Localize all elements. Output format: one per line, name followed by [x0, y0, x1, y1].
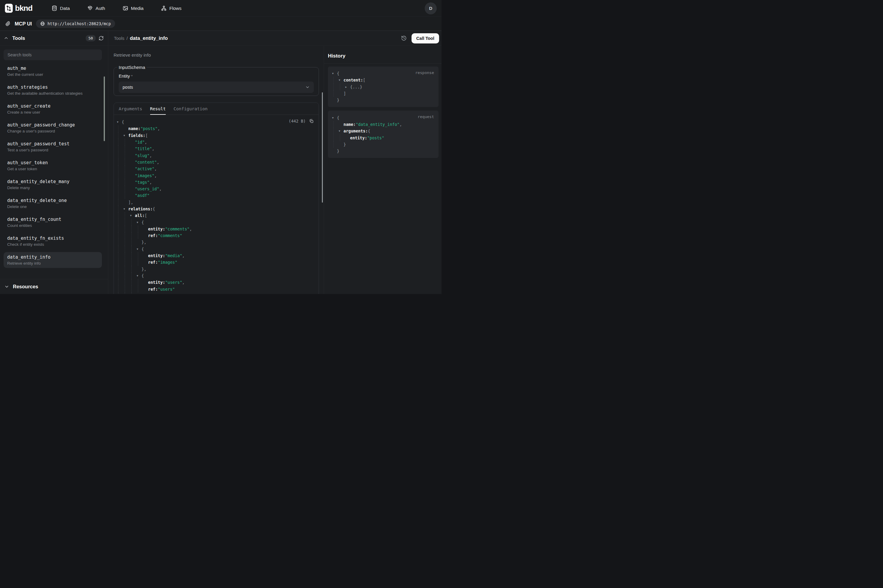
history-icon[interactable] — [400, 34, 408, 42]
json-punct: , — [154, 173, 157, 178]
tool-name: data_entity_delete_many — [7, 179, 98, 184]
tool-list-item[interactable]: data_entity_delete_manyDelete many — [4, 177, 102, 192]
brand-logo[interactable]: bknd — [5, 4, 32, 13]
json-line: } — [332, 148, 434, 154]
tab-result[interactable]: Result — [150, 103, 166, 114]
json-punct: { — [141, 247, 144, 252]
indent-guide — [125, 259, 130, 266]
nav-item-label: Data — [60, 6, 70, 11]
indent-guide — [118, 125, 123, 132]
nav-item-auth[interactable]: Auth — [87, 5, 105, 11]
indent-guide — [131, 226, 137, 232]
tree-toggle-icon[interactable]: ▼ — [123, 134, 128, 137]
json-line: ▼all: [ — [117, 212, 315, 219]
tree-toggle-icon[interactable]: ▼ — [339, 129, 343, 132]
tab-configuration[interactable]: Configuration — [174, 103, 208, 114]
tool-list-item[interactable]: auth_user_tokenGet a user token — [4, 158, 102, 174]
indent-guide — [125, 232, 130, 239]
json-line: entity: "comments", — [117, 226, 315, 232]
indent-guide — [131, 286, 137, 292]
json-line: ▼relations: { — [117, 206, 315, 212]
result-size: (442 B) — [289, 118, 306, 123]
json-punct: { — [141, 220, 144, 225]
json-string: "title" — [135, 146, 152, 151]
chevron-up-icon[interactable] — [4, 36, 9, 41]
breadcrumb-tools[interactable]: Tools — [114, 36, 124, 41]
nav-item-flows[interactable]: Flows — [161, 5, 181, 11]
tool-list-item[interactable]: auth_user_password_changeChange a user's… — [4, 120, 102, 136]
json-punct: } — [337, 148, 339, 153]
indent-guide — [131, 252, 137, 259]
json-punct: , — [145, 140, 147, 144]
nav-item-data[interactable]: Data — [51, 5, 70, 11]
json-string: "asdf" — [135, 193, 150, 198]
tree-toggle-icon[interactable]: ▼ — [137, 221, 141, 224]
tree-toggle-icon[interactable]: ▼ — [117, 120, 122, 123]
tool-name: data_entity_info — [7, 255, 98, 260]
json-line: ref: "images" — [117, 259, 315, 266]
indent-guide — [125, 286, 130, 292]
tool-name: data_entity_fn_exists — [7, 236, 98, 241]
tree-toggle-icon[interactable]: ▼ — [130, 214, 135, 217]
history-entry-response[interactable]: response▼{▼content: [▶{...}]} — [328, 66, 439, 107]
entity-field-label: Entity* — [119, 74, 314, 78]
json-punct: [ — [145, 213, 147, 218]
tree-toggle-icon[interactable]: ▼ — [339, 78, 343, 81]
json-key: entity: — [148, 226, 165, 231]
tree-toggle-icon[interactable]: ▼ — [137, 274, 141, 277]
tree-toggle-icon[interactable]: ▶ — [345, 86, 350, 88]
indent-guide — [118, 199, 123, 206]
json-punct: , — [159, 186, 162, 191]
user-avatar[interactable]: D — [425, 2, 437, 14]
history-entry-request[interactable]: request▼{name: "data_entity_info",▼argum… — [328, 111, 439, 158]
json-key: ref: — [148, 260, 158, 265]
indent-guide — [131, 259, 137, 266]
indent-guide — [118, 286, 123, 292]
json-line: ], — [117, 199, 315, 206]
tool-list-item[interactable]: auth_strategiesGet the available authent… — [4, 82, 102, 98]
tree-toggle-icon[interactable]: ▼ — [123, 207, 128, 210]
indent-guide — [118, 192, 123, 199]
entity-select[interactable]: posts — [119, 81, 314, 93]
tools-count-badge: 50 — [86, 35, 96, 41]
tree-toggle-icon[interactable]: ▼ — [332, 72, 337, 75]
json-line: entity: "users", — [117, 279, 315, 286]
tool-list-item[interactable]: auth_user_password_testTest a user's pas… — [4, 139, 102, 154]
tool-list-item[interactable]: data_entity_fn_existsCheck if entity exi… — [4, 233, 102, 249]
search-input[interactable] — [4, 50, 102, 60]
json-punct: , — [157, 126, 160, 131]
call-tool-button[interactable]: Call Tool — [412, 33, 439, 44]
tree-toggle-icon[interactable]: ▼ — [137, 248, 141, 250]
workflow-icon — [161, 5, 166, 11]
json-line: ] — [332, 90, 434, 97]
tool-list-item[interactable]: data_entity_infoRetrieve entity info — [4, 252, 102, 268]
sidebar-scrollbar[interactable] — [104, 76, 105, 141]
tool-list-item[interactable]: auth_user_createCreate a new user — [4, 101, 102, 117]
history-panel: History response▼{▼content: [▶{...}]}req… — [324, 46, 442, 294]
tab-arguments[interactable]: Arguments — [119, 103, 142, 114]
tool-list-item[interactable]: data_entity_delete_oneDelete one — [4, 195, 102, 211]
tree-toggle-icon[interactable]: ▼ — [332, 116, 337, 119]
json-key: fields: — [128, 133, 145, 138]
nav-item-label: Auth — [96, 6, 105, 11]
tool-list-item[interactable]: auth_meGet the current user — [4, 63, 102, 79]
indent-guide — [125, 292, 130, 294]
indent-guide — [125, 192, 130, 199]
mcp-url-pill[interactable]: http://localhost:28623/mcp — [36, 20, 115, 28]
json-line: "content", — [117, 159, 315, 165]
json-string: "posts" — [367, 135, 384, 140]
main-scrollbar[interactable] — [322, 92, 323, 202]
refresh-icon[interactable] — [99, 36, 104, 41]
indent-guide — [125, 186, 130, 192]
json-punct: , — [150, 180, 152, 184]
nav-item-media[interactable]: Media — [123, 5, 144, 11]
copy-icon[interactable] — [309, 118, 314, 123]
indent-guide — [118, 172, 123, 178]
input-schema-legend: InputSchema — [117, 65, 147, 70]
tool-list-item[interactable]: data_entity_fn_countCount entities — [4, 214, 102, 230]
indent-guide — [118, 206, 123, 212]
tool-desc: Retrieve entity info — [7, 261, 98, 266]
indent-guide — [118, 272, 123, 279]
resources-section[interactable]: Resources — [0, 279, 108, 294]
json-line: name: "posts", — [117, 125, 315, 132]
